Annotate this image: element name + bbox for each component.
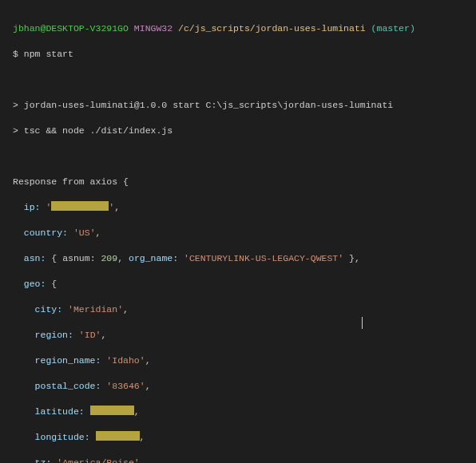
- command-line: $ npm start: [13, 48, 470, 61]
- redacted-lon: [96, 431, 140, 441]
- country-line: country: 'US',: [13, 227, 470, 239]
- prompt-line: jbhan@DESKTOP-V3291GO MINGW32 /c/js_scri…: [13, 22, 470, 35]
- npm-script-line: > tsc && node ./dist/index.js: [13, 125, 470, 137]
- prompt-path: /c/js_scripts/jordan-uses-luminati: [178, 23, 366, 34]
- region-line: region: 'ID',: [13, 329, 470, 342]
- geo-open-line: geo: {: [13, 278, 470, 291]
- blank-line: [13, 73, 470, 86]
- prompt-user: jbhan@DESKTOP-V3291GO: [13, 23, 129, 34]
- npm-run-line: > jordan-uses-luminati@1.0.0 start C:\js…: [13, 99, 470, 112]
- redacted-ip: [51, 201, 109, 211]
- response-open: Response from axios {: [13, 176, 470, 188]
- ip-line: ip: '',: [13, 201, 470, 214]
- blank-line: [13, 150, 470, 163]
- region-name-line: region_name: 'Idaho',: [13, 354, 470, 367]
- prompt-branch: (master): [371, 23, 415, 34]
- postal-line: postal_code: '83646',: [13, 380, 470, 393]
- lon-line: longitude: ,: [13, 431, 470, 444]
- lat-line: latitude: ,: [13, 406, 470, 418]
- city-line: city: 'Meridian',: [13, 303, 470, 316]
- redacted-lat: [90, 406, 134, 415]
- tz-line: tz: 'America/Boise',: [13, 457, 470, 463]
- prompt-shell: MINGW32: [134, 23, 173, 34]
- asn-line: asn: { asnum: 209, org_name: 'CENTURYLIN…: [13, 252, 470, 265]
- npm-command: npm start: [24, 49, 73, 59]
- terminal-output[interactable]: jbhan@DESKTOP-V3291GO MINGW32 /c/js_scri…: [0, 0, 476, 463]
